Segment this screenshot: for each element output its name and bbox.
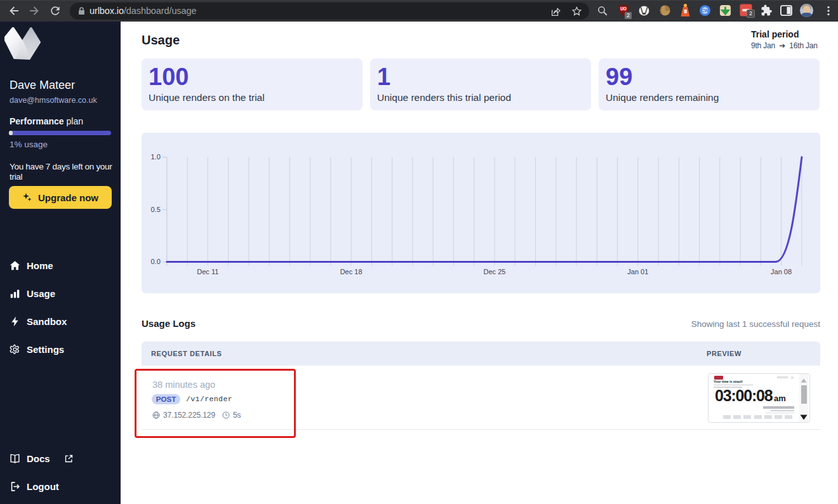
svg-text:Dec 11: Dec 11	[197, 268, 218, 275]
svg-text:0.5: 0.5	[151, 206, 161, 213]
svg-text:Dec 18: Dec 18	[340, 268, 362, 275]
svg-text:0.0: 0.0	[151, 258, 161, 265]
svg-text:CW: CW	[702, 8, 709, 13]
svg-text:UO: UO	[620, 6, 627, 11]
svg-text:Dec 25: Dec 25	[484, 268, 506, 275]
svg-text:Jan 08: Jan 08	[771, 268, 792, 275]
svg-text:1.0: 1.0	[151, 153, 161, 161]
svg-text:Jan 01: Jan 01	[627, 268, 648, 275]
